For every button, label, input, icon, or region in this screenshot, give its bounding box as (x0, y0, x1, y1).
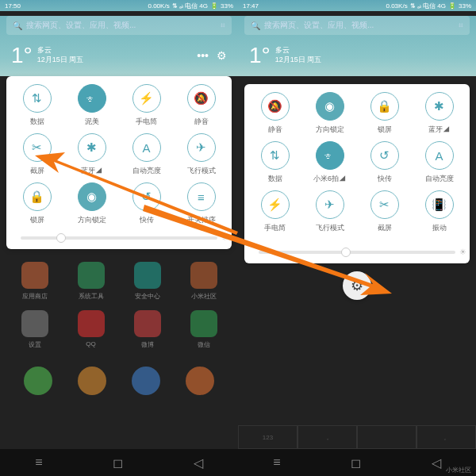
dock-app[interactable] (186, 367, 214, 395)
status-time: 17:47 (243, 2, 259, 10)
toggle-icon: ✱ (78, 133, 106, 162)
app-微信[interactable]: 微信 (180, 310, 227, 349)
toggle-icon: 📳 (425, 190, 454, 219)
toggle-icon: ↺ (132, 182, 161, 211)
brightness-slider[interactable]: ☀ (21, 236, 217, 240)
nav-back[interactable]: ◁ (194, 455, 203, 470)
toggle-蓝牙◢[interactable]: ✱蓝牙◢ (64, 133, 119, 176)
nav-home[interactable]: ◻ (351, 455, 361, 470)
toggle-飞行模式[interactable]: ✈飞行模式 (174, 133, 228, 176)
nav-back[interactable]: ◁ (432, 455, 441, 470)
toggle-小米6拍◢[interactable]: ᯤ小米6拍◢ (302, 141, 357, 184)
toggle-icon: ⇅ (23, 84, 52, 113)
app-应用商店[interactable]: 应用商店 (11, 262, 58, 301)
toggle-快传[interactable]: ↺快传 (357, 141, 412, 184)
toggle-icon: 🔕 (187, 84, 216, 113)
toggle-icon: 🔕 (261, 92, 290, 121)
toggle-icon: 🔒 (23, 182, 52, 211)
search-icon: 🔍 (13, 21, 22, 30)
toggle-快传[interactable]: ↺快传 (119, 182, 174, 225)
home-apps: 应用商店系统工具安全中心小米社区设置QQ微博微信 (0, 249, 238, 362)
toggle-icon: A (425, 141, 454, 170)
wifi-icon: ᯤ (316, 141, 344, 170)
toggle-截屏[interactable]: ✂截屏 (10, 133, 64, 176)
brightness-slider[interactable]: ☀ (259, 251, 455, 254)
status-time: 17:50 (5, 2, 21, 10)
toggle-锁屏[interactable]: 🔒锁屏 (10, 182, 64, 225)
nav-bar: ≡ ◻ ◁ (238, 449, 476, 476)
toggle-icon: 🔒 (370, 92, 399, 121)
toggle-数据[interactable]: ⇅数据 (248, 141, 302, 184)
toggle-泥美[interactable]: ᯤ泥美 (64, 84, 119, 127)
key[interactable] (357, 425, 416, 449)
toggle-手电筒[interactable]: ⚡手电筒 (248, 190, 302, 233)
dock-app[interactable] (132, 367, 160, 395)
scan-icon[interactable]: ⌗ (459, 21, 463, 30)
search-bar[interactable]: 🔍 搜索网页、设置、应用、视频... ⌗ (6, 16, 232, 35)
wifi-icon: ᯤ (78, 84, 106, 113)
app-小米社区[interactable]: 小米社区 (180, 262, 227, 301)
toggle-手电筒[interactable]: ⚡手电筒 (119, 84, 174, 127)
nav-bar: ≡ ◻ ◁ (0, 449, 238, 476)
toggle-飞行模式[interactable]: ✈飞行模式 (302, 190, 357, 233)
credit-text: 小米社区 (446, 466, 471, 474)
search-icon: 🔍 (251, 21, 260, 30)
phone-left: 17:50 0.00K/s ⇅ ₐᵢₗ 电信 4G 🔋 33% 🔍 搜索网页、设… (0, 0, 238, 476)
more-icon[interactable]: ••• (197, 49, 209, 62)
weather-widget[interactable]: 1° 多云 12月15日 周五 ••• ⚙ (0, 40, 238, 76)
quick-settings-panel: ⇅数据ᯤ泥美⚡手电筒🔕静音✂截屏✱蓝牙◢A自动亮度✈飞行模式🔒锁屏◉方向锁定↺快… (6, 76, 232, 249)
brightness-icon: ☀ (459, 248, 466, 256)
app-设置[interactable]: 设置 (11, 310, 58, 349)
toggle-icon: ⚡ (261, 190, 290, 219)
gear-icon[interactable]: ⚙ (217, 49, 227, 62)
dock-app[interactable] (78, 367, 106, 395)
toggle-icon: ↺ (370, 141, 399, 170)
app-QQ[interactable]: QQ (67, 310, 114, 349)
brightness-icon: ☀ (221, 233, 228, 242)
weather-widget[interactable]: 1° 多云 12月15日 周五 (238, 40, 476, 76)
toggle-icon: ◉ (316, 92, 344, 121)
toggle-icon: A (132, 133, 161, 162)
toggle-自动亮度[interactable]: A自动亮度 (412, 141, 466, 184)
toggle-自动亮度[interactable]: A自动亮度 (119, 133, 174, 176)
key[interactable]: ， (298, 425, 357, 449)
nav-menu[interactable]: ≡ (273, 455, 280, 470)
toggle-数据[interactable]: ⇅数据 (10, 84, 64, 127)
toggle-锁屏[interactable]: 🔒锁屏 (357, 92, 412, 135)
toggle-icon: ✂ (23, 133, 52, 162)
dock-app[interactable] (24, 367, 52, 395)
keyboard-row: 123， 。 (238, 425, 476, 449)
scan-icon[interactable]: ⌗ (221, 21, 225, 30)
key[interactable]: 。 (416, 425, 476, 449)
toggle-icon: ◉ (78, 182, 106, 211)
phone-right: 17:47 0.03K/s ⇅ ₐᵢₗ 电信 4G 🔋 33% 🔍 搜索网页、设… (238, 0, 476, 476)
toggle-静音[interactable]: 🔕静音 (174, 84, 228, 127)
nav-menu[interactable]: ≡ (35, 455, 42, 470)
search-bar[interactable]: 🔍 搜索网页、设置、应用、视频... ⌗ (244, 16, 470, 35)
toggle-icon: ⇅ (261, 141, 290, 170)
toggle-icon: ✂ (370, 190, 399, 219)
settings-fab[interactable]: ⚙ (343, 271, 371, 300)
toggle-开关排序[interactable]: ≡开关排序 (174, 182, 228, 225)
app-安全中心[interactable]: 安全中心 (124, 262, 171, 301)
app-微博[interactable]: 微博 (124, 310, 171, 349)
toggle-振动[interactable]: 📳振动 (412, 190, 466, 233)
toggle-icon: ⚡ (132, 84, 161, 113)
toggle-静音[interactable]: 🔕静音 (248, 92, 302, 135)
toggle-icon: ✈ (187, 133, 216, 162)
key[interactable]: 123 (238, 425, 298, 449)
toggle-icon: ≡ (187, 182, 216, 211)
quick-settings-panel: 🔕静音◉方向锁定🔒锁屏✱蓝牙◢⇅数据ᯤ小米6拍◢↺快传A自动亮度⚡手电筒✈飞行模… (244, 84, 470, 263)
toggle-icon: ✱ (425, 92, 454, 121)
nav-home[interactable]: ◻ (113, 455, 123, 470)
toggle-方向锁定[interactable]: ◉方向锁定 (64, 182, 119, 225)
toggle-截屏[interactable]: ✂截屏 (357, 190, 412, 233)
dock (0, 362, 238, 428)
toggle-icon: ✈ (316, 190, 344, 219)
toggle-方向锁定[interactable]: ◉方向锁定 (302, 92, 357, 135)
app-系统工具[interactable]: 系统工具 (67, 262, 114, 301)
status-bar: 17:47 0.03K/s ⇅ ₐᵢₗ 电信 4G 🔋 33% (238, 0, 476, 11)
toggle-蓝牙◢[interactable]: ✱蓝牙◢ (412, 92, 466, 135)
status-bar: 17:50 0.00K/s ⇅ ₐᵢₗ 电信 4G 🔋 33% (0, 0, 238, 11)
